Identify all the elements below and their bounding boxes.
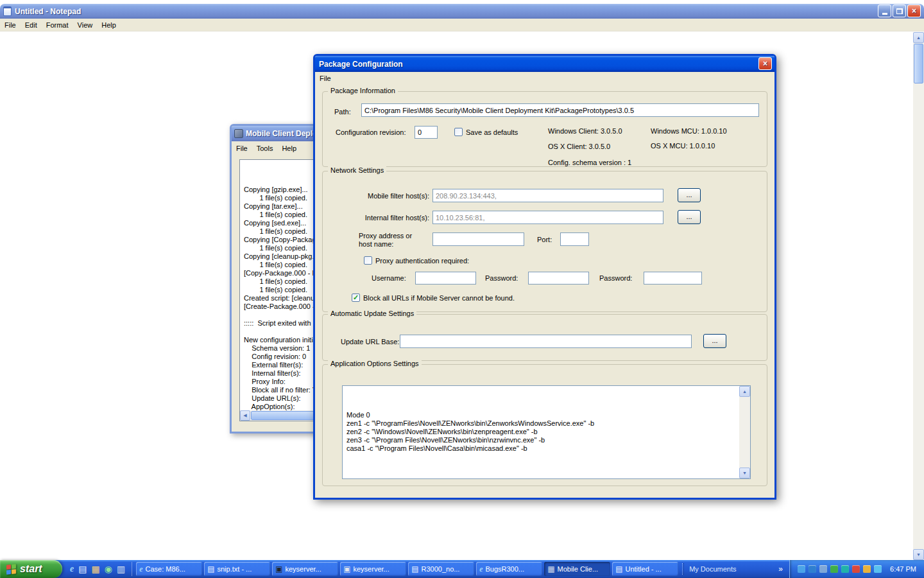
taskbar-task-button[interactable]: ▣ keyserver...: [340, 562, 406, 576]
messenger-icon[interactable]: [874, 565, 882, 573]
automatic-update-settings-group: Automatic Update Settings Update URL Bas…: [322, 314, 767, 361]
option-line: zen1 -c "\ProgramFiles\Novell\ZENworks\b…: [346, 419, 746, 428]
antivirus-icon[interactable]: [852, 565, 860, 573]
dialog-menubar: File: [315, 72, 774, 85]
config-revision-field[interactable]: [415, 126, 438, 139]
proxy-address-label-2: host name:: [359, 240, 393, 248]
quick-launch-bar: e▤▦◉▥: [62, 562, 132, 576]
proxy-auth-checkbox[interactable]: [364, 256, 372, 265]
task-window-icon: ▦: [547, 565, 554, 573]
restore-button[interactable]: [893, 4, 906, 17]
task-window-icon: e: [139, 565, 142, 573]
scroll-down-button[interactable]: ▼: [913, 549, 924, 560]
close-icon: ×: [763, 59, 767, 68]
dialog-titlebar[interactable]: Package Configuration ×: [315, 56, 774, 72]
menu-item[interactable]: Edit: [21, 20, 42, 30]
chevron-right-icon[interactable]: »: [778, 565, 783, 574]
app-icon[interactable]: ▦: [91, 565, 99, 574]
scroll-left-button[interactable]: ◀: [240, 410, 250, 421]
block-urls-label: Block all URLs if Mobile Server cannot b…: [363, 294, 515, 302]
close-icon: ×: [912, 6, 916, 15]
notepad-title: Untitled - Notepad: [15, 7, 81, 16]
password-field[interactable]: [528, 272, 589, 285]
taskbar-task-button[interactable]: ▦ Mobile Clie...: [544, 562, 610, 576]
notepad-menubar: FileEditFormatViewHelp: [0, 19, 924, 31]
menu-item[interactable]: File: [315, 73, 336, 83]
mobile-filter-field[interactable]: [432, 189, 663, 202]
menu-item[interactable]: Format: [42, 20, 73, 30]
vnc-icon[interactable]: [841, 565, 849, 573]
close-button[interactable]: ×: [907, 4, 921, 17]
task-window-icon: ▤: [207, 565, 214, 573]
menu-item[interactable]: View: [73, 20, 98, 30]
mobile-filter-browse-button[interactable]: ...: [678, 188, 701, 202]
update-icon[interactable]: [863, 565, 871, 573]
minimize-button[interactable]: [878, 4, 891, 17]
notepad-titlebar[interactable]: Untitled - Notepad ×: [0, 4, 924, 19]
task-window-label: R3000_no...: [421, 565, 459, 573]
path-field[interactable]: [361, 103, 759, 117]
group-legend: Application Options Settings: [328, 360, 422, 367]
scroll-up-button[interactable]: ▲: [739, 386, 750, 397]
system-tray: 6:47 PM: [789, 560, 924, 578]
shield-icon[interactable]: [809, 565, 816, 573]
internal-filter-browse-button[interactable]: ...: [678, 210, 701, 224]
notepad-vertical-scrollbar[interactable]: ▲ ▼: [913, 32, 924, 560]
start-button[interactable]: start: [0, 560, 62, 578]
taskbar-task-button[interactable]: ▣ keyserver...: [272, 562, 338, 576]
internal-filter-field[interactable]: [432, 211, 663, 224]
close-button[interactable]: ×: [758, 57, 772, 70]
network-icon[interactable]: [830, 565, 838, 573]
files-icon[interactable]: ▥: [117, 565, 125, 574]
display-icon[interactable]: [798, 565, 805, 573]
options-vertical-scrollbar[interactable]: ▲ ▼: [739, 386, 750, 478]
network-settings-group: Network Settings Mobile filter host(s): …: [322, 171, 767, 312]
arrow-down-icon: ▼: [916, 552, 921, 557]
tray-icons: [798, 565, 882, 573]
save-as-defaults-checkbox[interactable]: [454, 128, 463, 136]
volume-icon[interactable]: [819, 565, 827, 573]
start-label: start: [20, 563, 42, 575]
menu-item[interactable]: Help: [277, 143, 301, 153]
notepad-icon: [3, 6, 12, 16]
update-url-browse-button[interactable]: ...: [703, 334, 726, 348]
menu-item[interactable]: File: [0, 20, 21, 30]
config-revision-label: Configuration revision:: [336, 128, 406, 136]
taskbar-task-button[interactable]: ▤ R3000_no...: [408, 562, 474, 576]
password2-field[interactable]: [644, 272, 702, 285]
internet-explorer-icon[interactable]: e: [70, 565, 74, 574]
document-icon[interactable]: ▤: [78, 565, 87, 574]
taskbar-task-button[interactable]: ▤ snip.txt - ...: [204, 562, 270, 576]
update-url-base-field[interactable]: [400, 335, 692, 348]
proxy-address-field[interactable]: [432, 232, 524, 246]
taskbar: start e▤▦◉▥ e Case: M86... ▤ snip.txt - …: [0, 560, 924, 578]
block-urls-checkbox[interactable]: ✓: [352, 293, 360, 302]
username-field[interactable]: [415, 272, 476, 285]
path-label: Path:: [334, 108, 351, 116]
internal-filter-label: Internal filter host(s):: [323, 214, 429, 222]
restore-icon: [896, 8, 903, 14]
menu-item[interactable]: Help: [97, 20, 121, 30]
deskband-drag-handle[interactable]: [682, 563, 684, 575]
browser-icon[interactable]: ◉: [105, 565, 112, 574]
scroll-up-button[interactable]: ▲: [913, 32, 924, 43]
update-url-base-label: Update URL Base:: [341, 338, 399, 346]
my-documents-label[interactable]: My Documents: [689, 565, 736, 573]
port-field[interactable]: [560, 232, 589, 246]
task-window-label: keyserver...: [353, 565, 389, 573]
menu-item[interactable]: File: [232, 143, 252, 153]
application-options-textarea[interactable]: Mode 0zen1 -c "\ProgramFiles\Novell\ZENw…: [342, 385, 751, 479]
scrollbar-thumb[interactable]: [914, 44, 923, 83]
taskbar-task-button[interactable]: e BugsR300...: [476, 562, 542, 576]
taskbar-task-button[interactable]: e Case: M86...: [136, 562, 202, 576]
package-information-group: Package Information Path: Configuration …: [322, 91, 767, 167]
save-as-defaults-label: Save as defaults: [466, 128, 518, 136]
task-window-icon: ▣: [343, 565, 350, 573]
menu-item[interactable]: Tools: [252, 143, 278, 153]
scroll-down-button[interactable]: ▼: [739, 468, 750, 478]
taskbar-task-button[interactable]: ▤ Untitled - ...: [612, 562, 678, 576]
clock: 6:47 PM: [890, 565, 916, 573]
task-window-label: BugsR300...: [485, 565, 524, 573]
mobile-filter-label: Mobile filter host(s):: [323, 192, 429, 200]
deploy-app-icon: [234, 129, 243, 138]
